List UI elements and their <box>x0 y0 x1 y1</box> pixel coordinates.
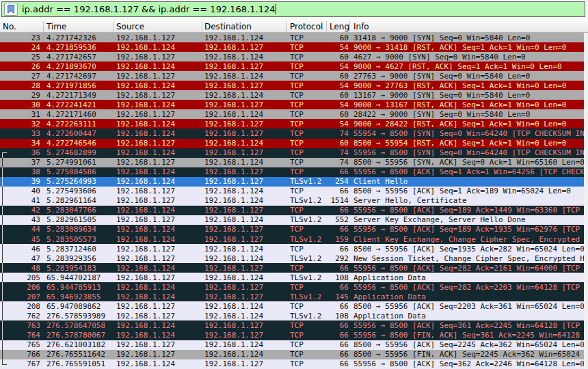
packet-source: 192.168.1.124 <box>113 359 202 368</box>
packet-source: 192.168.1.124 <box>113 129 202 138</box>
packet-destination: 192.168.1.124 <box>202 110 287 119</box>
packet-info: 31418 → 9000 [SYN] Seq=0 Win=5840 Len=0 <box>350 33 584 42</box>
packet-info: 55956 → 8500 [ACK] Seq=361 Ack=2245 Win=… <box>350 321 584 330</box>
packet-info: 8500 → 55956 [ACK] Seq=2245 Ack=362 Win=… <box>350 340 584 349</box>
packet-source: 192.168.1.127 <box>113 245 202 254</box>
packet-row[interactable]: 767 276.765591051 192.168.1.124 192.168.… <box>0 359 584 369</box>
packet-row[interactable]: 47 5.283929356 192.168.1.127 192.168.1.1… <box>0 254 584 263</box>
packet-row[interactable]: 41 5.282961164 192.168.1.127 192.168.1.1… <box>0 196 584 206</box>
packet-row[interactable]: 38 5.275084586 192.168.1.124 192.168.1.1… <box>0 167 584 177</box>
packet-row[interactable]: 763 276.578647058 192.168.1.124 192.168.… <box>0 320 584 330</box>
packet-row[interactable]: 206 65.944785913 192.168.1.124 192.168.1… <box>0 282 584 292</box>
packet-source: 192.168.1.127 <box>113 254 202 263</box>
packet-row[interactable]: 33 4.272600447 192.168.1.124 192.168.1.1… <box>0 128 584 138</box>
column-header-info[interactable]: Info <box>350 21 588 32</box>
packet-row[interactable]: 764 276.578780067 192.168.1.124 192.168.… <box>0 330 584 340</box>
column-header-length[interactable]: Lengt <box>327 21 350 32</box>
packet-no: 206 <box>0 283 44 292</box>
column-header-protocol[interactable]: Protocol <box>287 21 327 32</box>
packet-row[interactable]: 762 276.578593989 192.168.1.127 192.168.… <box>0 311 584 320</box>
packet-source: 192.168.1.127 <box>113 196 202 205</box>
packet-no: 43 <box>0 215 44 224</box>
packet-row[interactable]: 26 4.271893670 192.168.1.124 192.168.1.1… <box>0 62 584 71</box>
packet-protocol: TLSv1.2 <box>287 254 327 263</box>
packet-source: 192.168.1.124 <box>113 177 202 186</box>
packet-row[interactable]: 31 4.272171460 192.168.1.127 192.168.1.1… <box>0 109 584 119</box>
packet-destination: 192.168.1.127 <box>202 129 287 138</box>
packet-row[interactable]: 24 4.271859536 192.168.1.124 192.168.1.1… <box>0 42 584 52</box>
packet-row[interactable]: 45 5.283505573 192.168.1.124 192.168.1.1… <box>0 234 584 244</box>
packet-row[interactable]: 25 4.271742657 192.168.1.127 192.168.1.1… <box>0 52 584 62</box>
packet-row[interactable]: 46 5.283712460 192.168.1.127 192.168.1.1… <box>0 244 584 254</box>
bookmark-icon <box>7 5 15 14</box>
packet-row[interactable]: 34 4.272746546 192.168.1.127 192.168.1.1… <box>0 139 584 148</box>
packet-row[interactable]: 48 5.283954183 192.168.1.124 192.168.1.1… <box>0 263 584 273</box>
packet-row[interactable]: 40 5.275493606 192.168.1.127 192.168.1.1… <box>0 187 584 196</box>
packet-destination: 192.168.1.127 <box>202 120 287 128</box>
packet-destination: 192.168.1.127 <box>202 100 287 109</box>
packet-info: 8500 → 55956 [ACK] Seq=1935 Ack=282 Win=… <box>350 245 584 254</box>
packet-length: 66 <box>327 350 350 359</box>
packet-row[interactable]: 42 5.283047766 192.168.1.124 192.168.1.1… <box>0 206 584 215</box>
packet-protocol: TCP <box>287 245 327 254</box>
column-header-destination[interactable]: Destination <box>202 21 287 32</box>
packet-length: 108 <box>327 273 350 282</box>
packet-time: 5.283954183 <box>44 264 113 273</box>
packet-row[interactable]: 205 65.944702187 192.168.1.127 192.168.1… <box>0 273 584 282</box>
packet-length: 66 <box>327 225 350 234</box>
packet-length: 552 <box>327 215 350 224</box>
packet-no: 33 <box>0 129 44 138</box>
packet-row[interactable]: 766 276.765511642 192.168.1.127 192.168.… <box>0 350 584 359</box>
packet-length: 54 <box>327 81 350 90</box>
display-filter-input[interactable]: ip.addr == 192.168.1.127 && ip.addr == 1… <box>22 4 275 14</box>
packet-row[interactable]: 30 4.272241421 192.168.1.124 192.168.1.1… <box>0 100 584 109</box>
filter-toolbar: ip.addr == 192.168.1.127 && ip.addr == 1… <box>0 0 588 21</box>
packet-protocol: TLSv1.2 <box>287 273 327 282</box>
packet-row[interactable]: 39 5.275264993 192.168.1.124 192.168.1.1… <box>0 177 584 187</box>
packet-protocol: TCP <box>287 100 327 109</box>
packet-row[interactable]: 32 4.272263111 192.168.1.124 192.168.1.1… <box>0 119 584 128</box>
column-header-source[interactable]: Source <box>113 21 202 32</box>
packet-info: 13167 → 9000 [SYN] Seq=0 Win=5840 Len=0 <box>350 91 584 100</box>
packet-row[interactable]: 27 4.271742697 192.168.1.127 192.168.1.1… <box>0 71 584 81</box>
packet-time: 4.272171460 <box>44 110 113 119</box>
packet-time: 276.621003182 <box>44 340 113 349</box>
packet-no: 31 <box>0 110 44 119</box>
packet-no: 24 <box>0 43 44 52</box>
packet-row[interactable]: 43 5.282961505 192.168.1.127 192.168.1.1… <box>0 215 584 225</box>
packet-info: 9000 → 31418 [RST, ACK] Seq=1 Ack=1 Win=… <box>350 43 584 52</box>
filter-bookmark-button[interactable] <box>4 3 18 16</box>
packet-destination: 192.168.1.124 <box>202 302 287 311</box>
packet-row[interactable]: 23 4.271742326 192.168.1.127 192.168.1.1… <box>0 33 584 42</box>
packet-row[interactable]: 207 65.946923855 192.168.1.124 192.168.1… <box>0 292 584 301</box>
packet-no: 764 <box>0 331 44 340</box>
packet-row[interactable]: 765 276.621003182 192.168.1.127 192.168.… <box>0 340 584 350</box>
packet-length: 54 <box>327 43 350 52</box>
packet-row[interactable]: 44 5.283089634 192.168.1.124 192.168.1.1… <box>0 225 584 234</box>
packet-source: 192.168.1.127 <box>113 187 202 195</box>
column-header-time[interactable]: Time <box>44 21 113 32</box>
packet-row[interactable]: 37 5.274991061 192.168.1.127 192.168.1.1… <box>0 158 584 167</box>
packet-list: 23 4.271742326 192.168.1.127 192.168.1.1… <box>0 33 584 369</box>
packet-time: 4.272171349 <box>44 91 113 100</box>
column-header-no[interactable]: No. <box>0 21 44 32</box>
packet-time: 4.271971856 <box>44 81 113 90</box>
packet-row[interactable]: 36 5.274682899 192.168.1.124 192.168.1.1… <box>0 148 584 158</box>
display-filter-bar[interactable]: ip.addr == 192.168.1.127 && ip.addr == 1… <box>1 1 585 17</box>
packet-row[interactable]: 28 4.271971856 192.168.1.124 192.168.1.1… <box>0 81 584 90</box>
packet-no: 44 <box>0 225 44 234</box>
packet-time: 4.271742697 <box>44 72 113 81</box>
packet-no: 37 <box>0 158 44 167</box>
packet-source: 192.168.1.124 <box>113 235 202 244</box>
packet-row[interactable]: 29 4.272171349 192.168.1.127 192.168.1.1… <box>0 90 584 100</box>
packet-row[interactable]: 208 65.947089862 192.168.1.127 192.168.1… <box>0 301 584 311</box>
packet-length: 292 <box>327 254 350 263</box>
packet-protocol: TCP <box>287 62 327 71</box>
packet-protocol: TCP <box>287 139 327 148</box>
packet-time: 5.282961505 <box>44 215 113 224</box>
packet-time: 5.283047766 <box>44 206 113 215</box>
packet-protocol: TCP <box>287 167 327 176</box>
packet-info: 55956 → 8500 [ACK] Seq=1 Ack=1 Win=64256… <box>350 167 584 176</box>
packet-time: 276.765511642 <box>44 350 113 359</box>
packet-no: 25 <box>0 53 44 62</box>
